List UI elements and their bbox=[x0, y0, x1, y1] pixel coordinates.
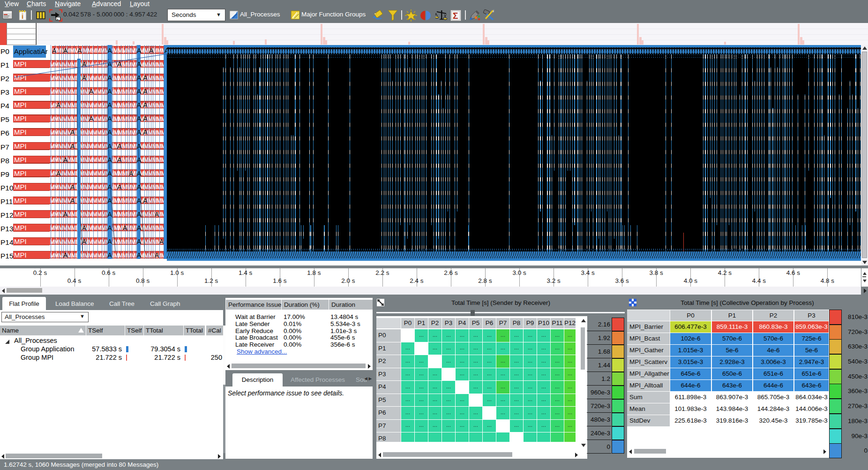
svg-text:A: A bbox=[137, 47, 142, 54]
svg-text:A: A bbox=[159, 238, 164, 245]
svg-text:A: A bbox=[137, 211, 142, 218]
svg-text:A: A bbox=[137, 88, 142, 95]
svg-text:P4: P4 bbox=[0, 102, 9, 110]
svg-text:MPI: MPI bbox=[14, 251, 27, 259]
svg-text:MPI: MPI bbox=[14, 87, 27, 95]
svg-text:P6: P6 bbox=[0, 129, 9, 137]
svg-text:A: A bbox=[108, 251, 112, 259]
svg-text:P14: P14 bbox=[0, 238, 14, 246]
svg-text:MPI: MPI bbox=[14, 101, 27, 109]
svg-text:A: A bbox=[155, 211, 159, 218]
svg-text:MPI: MPI bbox=[14, 114, 27, 122]
svg-text:MPI: MPI bbox=[14, 128, 27, 136]
svg-text:A: A bbox=[89, 115, 94, 122]
svg-text:A: A bbox=[56, 170, 61, 177]
svg-text:MPI: MPI bbox=[14, 156, 27, 164]
svg-text:A: A bbox=[108, 238, 112, 245]
svg-text:A: A bbox=[108, 47, 112, 54]
svg-text:A: A bbox=[117, 156, 122, 164]
svg-text:Σ: Σ bbox=[453, 11, 458, 21]
svg-text:MPI: MPI bbox=[14, 183, 27, 191]
svg-text:MPI: MPI bbox=[14, 224, 27, 232]
svg-text:P15: P15 bbox=[0, 252, 14, 260]
svg-text:A: A bbox=[70, 143, 75, 150]
svg-text:A: A bbox=[70, 197, 75, 205]
svg-text:A: A bbox=[108, 183, 112, 191]
svg-text:P8: P8 bbox=[0, 157, 9, 165]
svg-text:A: A bbox=[108, 88, 112, 95]
svg-text:P7: P7 bbox=[0, 143, 9, 151]
svg-text:P5: P5 bbox=[0, 115, 9, 123]
svg-text:A: A bbox=[149, 47, 154, 54]
svg-text:A: A bbox=[63, 156, 68, 164]
svg-text:A: A bbox=[63, 47, 68, 54]
svg-text:MPI: MPI bbox=[14, 74, 27, 82]
svg-text:P12: P12 bbox=[0, 211, 14, 219]
svg-text:A: A bbox=[70, 129, 75, 136]
svg-text:A: A bbox=[137, 251, 142, 259]
svg-text:A: A bbox=[143, 74, 148, 82]
svg-text:MPI: MPI bbox=[14, 197, 27, 205]
svg-text:A: A bbox=[137, 101, 142, 109]
svg-text:A: A bbox=[137, 238, 142, 245]
svg-text:MPI: MPI bbox=[14, 210, 27, 218]
svg-text:A: A bbox=[143, 101, 148, 109]
svg-text:A: A bbox=[70, 183, 75, 191]
svg-text:A: A bbox=[143, 129, 148, 136]
svg-text:A: A bbox=[52, 47, 57, 54]
svg-text:A: A bbox=[143, 88, 148, 95]
svg-text:A: A bbox=[137, 183, 142, 191]
svg-text:P2: P2 bbox=[0, 75, 9, 83]
svg-text:A: A bbox=[137, 224, 142, 232]
svg-text:A: A bbox=[63, 251, 68, 259]
svg-text:P10: P10 bbox=[0, 184, 14, 192]
svg-text:P0: P0 bbox=[0, 47, 9, 55]
svg-text:MPI: MPI bbox=[14, 60, 27, 68]
svg-text:A: A bbox=[82, 74, 87, 82]
svg-text:A: A bbox=[117, 143, 122, 150]
svg-text:A: A bbox=[137, 156, 142, 164]
svg-text:i: i bbox=[22, 12, 23, 20]
svg-text:A: A bbox=[108, 211, 112, 218]
svg-text:A: A bbox=[137, 143, 142, 150]
svg-text:P11: P11 bbox=[0, 197, 13, 205]
svg-text:A: A bbox=[108, 115, 112, 122]
svg-text:P13: P13 bbox=[0, 225, 14, 233]
svg-text:A: A bbox=[123, 224, 127, 232]
svg-text:A: A bbox=[63, 211, 68, 218]
svg-text:P3: P3 bbox=[0, 88, 9, 96]
svg-text:A: A bbox=[108, 74, 112, 82]
svg-text:P9: P9 bbox=[0, 170, 9, 178]
svg-text:A: A bbox=[108, 101, 112, 109]
svg-text:A: A bbox=[143, 197, 148, 205]
svg-text:A: A bbox=[77, 47, 82, 54]
svg-text:A: A bbox=[117, 183, 122, 191]
svg-text:A: A bbox=[155, 251, 159, 259]
svg-text:P1: P1 bbox=[0, 61, 9, 69]
svg-text:A: A bbox=[108, 156, 112, 164]
svg-text:MPI: MPI bbox=[14, 142, 27, 150]
svg-text:A: A bbox=[143, 115, 148, 122]
svg-text:ApplicatiAr: ApplicatiAr bbox=[14, 47, 48, 55]
svg-text:A: A bbox=[82, 224, 87, 232]
svg-text:A: A bbox=[56, 101, 61, 109]
svg-text:A: A bbox=[89, 88, 94, 95]
svg-text:MPI: MPI bbox=[14, 237, 27, 245]
svg-text:A: A bbox=[82, 238, 87, 245]
svg-text:MPI: MPI bbox=[14, 169, 27, 177]
svg-text:A: A bbox=[108, 224, 112, 232]
svg-text:A: A bbox=[129, 170, 134, 177]
